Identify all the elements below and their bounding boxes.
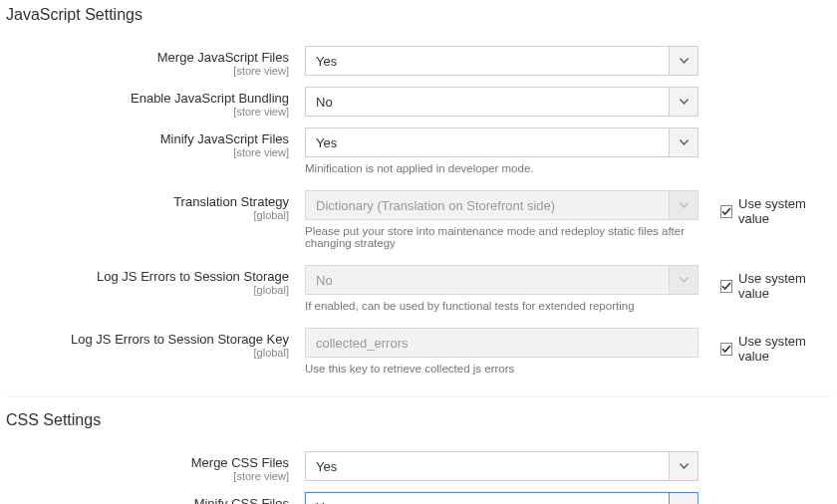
select-toggle-button[interactable] <box>669 46 698 76</box>
use-system-checkbox[interactable] <box>720 343 732 356</box>
field-minify-css: Minify CSS Files [store view] Yes Minifi… <box>6 492 831 504</box>
label-col: Translation Strategy [global] <box>6 190 305 221</box>
select-value: Yes <box>305 492 669 504</box>
use-system-col: Use system value <box>698 190 831 226</box>
input-value: collected_errors <box>305 328 698 358</box>
control-col: Yes Minification is not applied in devel… <box>305 127 698 174</box>
section-title-css: CSS Settings <box>6 411 831 429</box>
field-label: Translation Strategy <box>173 194 289 209</box>
label-col: Enable JavaScript Bundling [store view] <box>6 87 305 118</box>
log-js-errors-select: No <box>305 265 698 295</box>
use-system-checkbox[interactable] <box>720 280 732 293</box>
field-note: Minification is not applied in developer… <box>305 162 698 174</box>
label-col: Minify JavaScript Files [store view] <box>6 127 305 158</box>
field-label: Minify CSS Files <box>194 496 289 504</box>
control-col: No If enabled, can be used by functional… <box>305 265 698 312</box>
javascript-settings-section: JavaScript Settings Merge JavaScript Fil… <box>6 6 831 375</box>
select-toggle-button <box>669 265 698 295</box>
use-system-col: Use system value <box>698 265 831 301</box>
chevron-down-icon <box>680 202 689 208</box>
field-scope: [store view] <box>6 106 289 118</box>
use-system-label: Use system value <box>738 271 831 301</box>
select-value: No <box>305 87 669 117</box>
field-log-js-errors: Log JS Errors to Session Storage [global… <box>6 265 831 312</box>
select-toggle-button[interactable] <box>669 87 698 117</box>
field-scope: [store view] <box>6 146 289 158</box>
select-value: Yes <box>305 46 669 76</box>
field-note: Please put your store into maintenance m… <box>305 225 698 249</box>
use-system-label: Use system value <box>738 196 831 226</box>
merge-css-select[interactable]: Yes <box>305 451 698 481</box>
field-translation-strategy: Translation Strategy [global] Dictionary… <box>6 190 831 249</box>
use-system-label: Use system value <box>738 334 831 364</box>
control-col: Yes Minification is not applied in devel… <box>305 492 698 504</box>
field-scope: [store view] <box>6 65 289 77</box>
field-note: Use this key to retrieve collected js er… <box>305 363 698 375</box>
chevron-down-icon <box>680 277 689 283</box>
minify-css-select[interactable]: Yes <box>305 492 698 504</box>
label-col: Log JS Errors to Session Storage [global… <box>6 265 305 296</box>
select-toggle-button <box>669 190 698 220</box>
select-value: Yes <box>305 127 669 157</box>
minify-js-select[interactable]: Yes <box>305 127 698 157</box>
select-toggle-button[interactable] <box>669 451 698 481</box>
select-value: Yes <box>305 451 669 481</box>
field-note: If enabled, can be used by functional te… <box>305 300 698 312</box>
css-settings-section: CSS Settings Merge CSS Files [store view… <box>6 411 831 504</box>
control-col: No <box>305 87 698 117</box>
select-value: Dictionary (Translation on Storefront si… <box>305 190 669 220</box>
field-log-js-errors-key: Log JS Errors to Session Storage Key [gl… <box>6 328 831 375</box>
control-col: Yes <box>305 46 698 76</box>
chevron-down-icon <box>680 58 689 64</box>
field-scope: [global] <box>6 209 289 221</box>
field-merge-js: Merge JavaScript Files [store view] Yes <box>6 46 831 77</box>
checkmark-icon <box>721 282 731 291</box>
section-title-js: JavaScript Settings <box>6 6 831 24</box>
field-label: Minify JavaScript Files <box>160 131 289 146</box>
chevron-down-icon <box>680 463 689 469</box>
use-system-col: Use system value <box>698 328 831 364</box>
field-label: Log JS Errors to Session Storage <box>97 269 289 284</box>
control-col: Dictionary (Translation on Storefront si… <box>305 190 698 249</box>
field-label: Merge CSS Files <box>191 455 289 470</box>
control-col: Yes <box>305 451 698 481</box>
select-toggle-button[interactable] <box>669 127 698 157</box>
select-value: No <box>305 265 669 295</box>
field-enable-bundling: Enable JavaScript Bundling [store view] … <box>6 87 831 118</box>
label-col: Merge JavaScript Files [store view] <box>6 46 305 77</box>
checkmark-icon <box>721 207 731 216</box>
section-divider <box>6 396 831 397</box>
field-minify-js: Minify JavaScript Files [store view] Yes… <box>6 127 831 174</box>
field-label: Log JS Errors to Session Storage Key <box>71 332 289 347</box>
label-col: Log JS Errors to Session Storage Key [gl… <box>6 328 305 359</box>
field-scope: [global] <box>6 284 289 296</box>
field-label: Enable JavaScript Bundling <box>131 91 289 106</box>
checkmark-icon <box>721 345 731 354</box>
select-toggle-button[interactable] <box>669 492 698 504</box>
chevron-down-icon <box>680 139 689 145</box>
field-label: Merge JavaScript Files <box>157 50 289 65</box>
enable-bundling-select[interactable]: No <box>305 87 698 117</box>
field-merge-css: Merge CSS Files [store view] Yes <box>6 451 831 482</box>
translation-strategy-select: Dictionary (Translation on Storefront si… <box>305 190 698 220</box>
control-col: collected_errors Use this key to retriev… <box>305 328 698 375</box>
merge-js-select[interactable]: Yes <box>305 46 698 76</box>
chevron-down-icon <box>680 99 689 105</box>
label-col: Merge CSS Files [store view] <box>6 451 305 482</box>
use-system-checkbox[interactable] <box>720 205 732 218</box>
field-scope: [global] <box>6 347 289 359</box>
field-scope: [store view] <box>6 470 289 482</box>
label-col: Minify CSS Files [store view] <box>6 492 305 504</box>
log-js-errors-key-input: collected_errors <box>305 328 698 358</box>
